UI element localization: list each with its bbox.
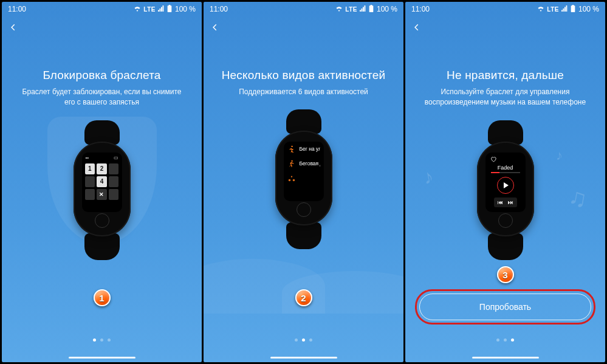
- status-right: LTE 100 %: [537, 5, 599, 14]
- strap-top: [488, 120, 523, 145]
- lock-top-row: •• ▭: [82, 153, 122, 162]
- back-button[interactable]: [211, 21, 219, 34]
- gesture-bar[interactable]: [472, 357, 539, 359]
- treadmill-icon: [287, 159, 296, 168]
- dot-3[interactable]: [511, 338, 514, 342]
- step-marker-2: 2: [295, 289, 312, 306]
- onboarding-screen-1: 11:00 LTE 100 % Блокировка браслета Брас…: [2, 2, 202, 362]
- band-illustration: •• ▭ 1 2 4 ✕: [69, 120, 135, 266]
- svg-point-1: [292, 179, 295, 182]
- key-delete: ✕: [97, 189, 107, 200]
- battery-icon: [166, 5, 173, 14]
- key-3: [109, 163, 119, 174]
- next-icon: ⏭: [508, 199, 513, 205]
- prev-icon: ⏮: [498, 199, 503, 205]
- heart-row: [488, 156, 523, 162]
- run-outdoor-icon: [287, 145, 296, 153]
- signal-icon: [360, 5, 366, 13]
- music-note-icon: ♪: [421, 165, 435, 190]
- network-label: LTE: [547, 6, 559, 13]
- strap-bottom: [286, 222, 321, 249]
- page-subtitle: Поддерживается 6 видов активностей: [233, 87, 374, 97]
- mi-band: Бег на ули Беговая дс: [275, 109, 332, 249]
- lock-time: ▭: [114, 155, 118, 160]
- transport-row: ⏮ ⏭: [494, 197, 517, 207]
- strap-top: [84, 120, 120, 145]
- activity-item-3: [284, 171, 324, 185]
- play-button: [497, 177, 514, 194]
- status-right: LTE 100 %: [335, 5, 397, 14]
- lock-dots: ••: [86, 155, 89, 160]
- svg-point-0: [288, 179, 290, 182]
- dot-3[interactable]: [108, 338, 111, 342]
- nav-bar: [405, 16, 605, 38]
- nav-bar: [2, 16, 202, 38]
- wifi-icon: [335, 5, 343, 13]
- status-time: 11:00: [8, 5, 26, 13]
- gesture-bar[interactable]: [270, 357, 337, 359]
- dot-1[interactable]: [93, 338, 96, 342]
- battery-pct: 100 %: [578, 5, 599, 13]
- band-capsule: Бег на ули Беговая дс: [275, 131, 332, 225]
- status-time: 11:00: [411, 5, 430, 13]
- band-display: Бег на ули Беговая дс: [284, 142, 324, 201]
- strap-bottom: [84, 233, 120, 260]
- heart-icon: [490, 156, 496, 162]
- key-blank-c: [85, 189, 95, 200]
- activity-label: Бег на ули: [300, 146, 320, 152]
- signal-icon: [561, 5, 568, 13]
- status-right: LTE 100 %: [134, 5, 196, 14]
- band-capsule: •• ▭ 1 2 4 ✕: [74, 142, 131, 236]
- music-note-icon: ♫: [566, 183, 589, 213]
- band-home-button: [297, 202, 311, 217]
- onboarding-screen-2: 11:00 LTE 100 % Несколько видов активнос…: [204, 2, 403, 362]
- mi-band: Faded ⏮ ⏭: [477, 120, 534, 260]
- mi-band: •• ▭ 1 2 4 ✕: [74, 120, 131, 260]
- page-subtitle: Используйте браслет для управления воспр…: [417, 87, 593, 108]
- status-time: 11:00: [210, 5, 228, 13]
- activity-label: Беговая дс: [300, 160, 320, 167]
- page-dots: [2, 338, 202, 342]
- onboarding-screen-3: 11:00 LTE 100 % Не нравится, дальше Испо…: [405, 2, 605, 362]
- lock-keypad: 1 2 4 ✕: [82, 162, 122, 202]
- band-display: Faded ⏮ ⏭: [485, 153, 526, 212]
- signal-icon: [158, 5, 164, 13]
- status-bar: 11:00 LTE 100 %: [405, 2, 605, 16]
- strap-bottom: [488, 233, 523, 260]
- gesture-bar[interactable]: [69, 357, 135, 359]
- music-note-icon: ♪: [556, 148, 563, 163]
- key-2: 2: [97, 163, 107, 174]
- back-button[interactable]: [9, 21, 18, 34]
- band-illustration: Faded ⏮ ⏭: [472, 120, 539, 266]
- cta-highlight: Попробовать: [415, 289, 595, 325]
- track-title: Faded: [498, 165, 513, 171]
- band-capsule: Faded ⏮ ⏭: [477, 142, 534, 236]
- band-display: •• ▭ 1 2 4 ✕: [82, 153, 122, 212]
- strap-top: [286, 109, 321, 134]
- page-title: Несколько видов активностей: [222, 69, 386, 82]
- dot-1[interactable]: [295, 338, 298, 342]
- status-bar: 11:00 LTE 100 %: [2, 2, 202, 16]
- track-progress: [491, 172, 520, 173]
- wifi-icon: [134, 5, 141, 13]
- dot-1[interactable]: [496, 338, 499, 342]
- battery-pct: 100 %: [377, 5, 397, 13]
- dot-2[interactable]: [100, 338, 103, 342]
- activity-item-2: Беговая дс: [284, 156, 324, 171]
- try-button[interactable]: Попробовать: [419, 294, 591, 320]
- page-dots: [204, 338, 403, 342]
- page-title: Не нравится, дальше: [447, 69, 564, 82]
- network-label: LTE: [345, 6, 357, 13]
- dot-3[interactable]: [309, 338, 312, 342]
- wifi-icon: [537, 5, 544, 13]
- nav-bar: [204, 16, 403, 38]
- play-icon: [504, 182, 509, 188]
- dot-2[interactable]: [504, 338, 507, 342]
- band-home-button: [498, 213, 513, 228]
- back-button[interactable]: [413, 21, 421, 34]
- step-marker-3: 3: [497, 266, 514, 283]
- status-bar: 11:00 LTE 100 %: [204, 2, 403, 16]
- dot-2[interactable]: [302, 338, 305, 342]
- page-dots: [405, 338, 605, 342]
- hero: Несколько видов активностей Поддерживает…: [204, 38, 403, 362]
